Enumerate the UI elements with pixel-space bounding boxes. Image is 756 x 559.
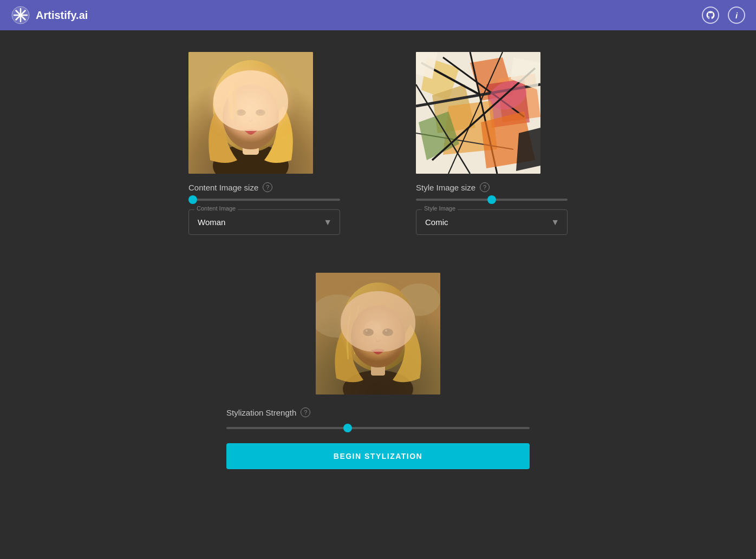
style-slider-track <box>416 199 568 201</box>
content-image-label-row: Content Image size ? <box>188 182 272 192</box>
strength-slider-thumb[interactable] <box>343 424 352 432</box>
svg-point-37 <box>316 294 364 338</box>
svg-point-9 <box>223 84 279 149</box>
svg-point-42 <box>351 306 405 367</box>
style-image-dropdown-container: Style Image Comic Van Gogh Monet Picasso… <box>416 209 568 235</box>
content-image-dropdown-container: Content Image Woman Man Landscape Custom… <box>188 209 340 235</box>
style-image-size-label: Style Image size <box>416 183 475 192</box>
content-image-size-label: Content Image size <box>188 183 258 192</box>
woman-illustration <box>188 52 313 174</box>
strength-slider-track <box>226 427 530 429</box>
logo-icon <box>11 5 30 25</box>
strength-label-row: Stylization Strength ? <box>226 407 310 417</box>
style-image-preview <box>416 52 540 174</box>
svg-point-44 <box>363 328 374 336</box>
strength-slider[interactable] <box>226 424 530 432</box>
app-header: Artistify.ai i <box>0 0 756 30</box>
style-image-help-icon[interactable]: ? <box>480 182 490 192</box>
header-icons: i <box>702 6 745 24</box>
svg-marker-35 <box>516 128 540 171</box>
style-image-slider[interactable] <box>416 199 568 201</box>
content-dropdown-label: Content Image <box>194 205 238 212</box>
svg-point-38 <box>397 284 440 316</box>
content-slider-track <box>188 199 340 201</box>
svg-point-47 <box>384 330 390 334</box>
github-button[interactable] <box>702 6 719 24</box>
svg-point-48 <box>366 330 368 332</box>
stylized-illustration <box>316 273 440 394</box>
content-slider-thumb[interactable] <box>188 195 197 204</box>
strength-label: Stylization Strength <box>226 408 296 417</box>
svg-point-12 <box>239 110 243 114</box>
strength-section: Stylization Strength ? <box>226 407 530 432</box>
style-image-label-row: Style Image size ? <box>416 182 490 192</box>
github-icon <box>706 10 715 20</box>
app-title: Artistify.ai <box>36 9 88 22</box>
content-image-help-icon[interactable]: ? <box>263 182 272 192</box>
svg-point-11 <box>256 109 265 116</box>
begin-stylization-button[interactable]: BEGIN STYLIZATION <box>226 443 530 469</box>
style-image-select[interactable]: Comic Van Gogh Monet Picasso Abstract <box>416 210 567 234</box>
info-icon: i <box>735 11 738 20</box>
content-image-section: Content Image size ? Content Image Woman… <box>188 52 340 235</box>
svg-point-45 <box>382 328 393 336</box>
result-section: Stylization Strength ? BEGIN STYLIZATION <box>226 273 530 469</box>
svg-point-49 <box>385 330 387 332</box>
content-image-select[interactable]: Woman Man Landscape Custom <box>189 210 340 234</box>
info-button[interactable]: i <box>728 6 745 24</box>
strength-help-icon[interactable]: ? <box>301 407 310 417</box>
svg-point-43 <box>364 320 381 333</box>
result-image-container <box>316 273 440 394</box>
images-row: Content Image size ? Content Image Woman… <box>188 52 568 235</box>
svg-point-46 <box>365 330 370 334</box>
abstract-illustration <box>416 52 540 174</box>
main-content: Content Image size ? Content Image Woman… <box>0 30 756 491</box>
style-slider-thumb[interactable] <box>487 195 496 204</box>
style-image-section: Style Image size ? Style Image Comic Van… <box>416 52 568 235</box>
logo-container: Artistify.ai <box>11 5 88 25</box>
svg-point-10 <box>236 109 246 116</box>
content-image-preview <box>188 52 313 174</box>
style-dropdown-label: Style Image <box>422 205 458 212</box>
content-image-slider[interactable] <box>188 199 340 201</box>
svg-point-13 <box>258 110 263 114</box>
